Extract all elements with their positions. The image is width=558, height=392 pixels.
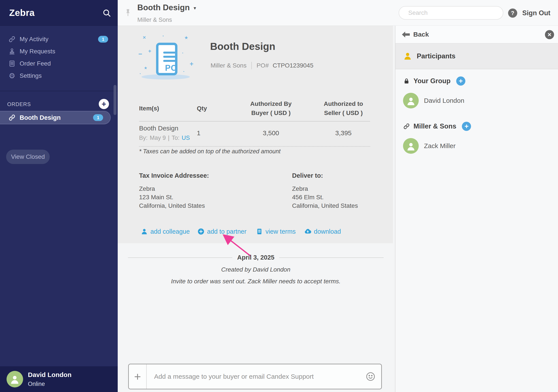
search-input[interactable] bbox=[399, 6, 503, 20]
avatar bbox=[403, 93, 419, 109]
order-badge: 1 bbox=[93, 114, 103, 121]
add-to-your-group-button[interactable]: + bbox=[456, 77, 465, 85]
stamp-icon bbox=[8, 48, 16, 55]
group-name: Miller & Sons bbox=[413, 122, 456, 130]
po-document-label: PO bbox=[165, 63, 177, 73]
participant-row: David London bbox=[403, 93, 464, 109]
back-button[interactable]: Back bbox=[402, 31, 429, 38]
order-title: Booth Design bbox=[210, 41, 275, 52]
sidebar-scrollbar[interactable] bbox=[113, 85, 116, 115]
emoji-icon[interactable] bbox=[366, 372, 375, 382]
sidebar-search-icon[interactable] bbox=[102, 8, 112, 18]
participants-title: Participants bbox=[417, 52, 455, 60]
download-link[interactable]: download bbox=[304, 227, 341, 236]
help-button[interactable]: ? bbox=[508, 9, 517, 18]
sidebar-header: Zebra bbox=[0, 0, 118, 26]
sidebar-item-my-requests[interactable]: My Requests bbox=[0, 45, 118, 58]
view-terms-link[interactable]: view terms bbox=[256, 227, 296, 236]
divider-line bbox=[128, 257, 232, 258]
message-composer: + bbox=[128, 364, 382, 389]
deliver-to-address: Deliver to: Zebra 456 Elm St. California… bbox=[292, 172, 371, 210]
page-title: Booth Design bbox=[137, 3, 190, 12]
sidebar-item-label: My Requests bbox=[20, 48, 55, 55]
link-icon bbox=[403, 123, 410, 130]
participants-panel: Back × Participants Your Group + David L… bbox=[395, 26, 558, 392]
add-order-button[interactable]: + bbox=[99, 99, 109, 109]
row-buyer-amount: 3,500 bbox=[225, 129, 317, 137]
current-user-name: David London bbox=[28, 371, 71, 378]
partner-group-header: Miller & Sons + bbox=[403, 121, 471, 132]
avatar bbox=[403, 138, 419, 154]
sidebar-item-order-feed[interactable]: Order Feed bbox=[0, 58, 118, 70]
order-title-dropdown[interactable]: Booth Design ▼ bbox=[137, 3, 197, 12]
message-input[interactable] bbox=[147, 373, 366, 380]
sidebar-item-label: Order Feed bbox=[20, 60, 51, 67]
table-header: Item(s) Qty Authorized By Buyer ( USD ) … bbox=[139, 98, 370, 121]
document-icon bbox=[8, 60, 16, 67]
sidebar-order-booth-design[interactable]: Booth Design 1 bbox=[0, 111, 111, 124]
sidebar: Zebra My Activity 1 My Requests bbox=[0, 0, 118, 392]
po-number: CTPO1239045 bbox=[273, 62, 314, 69]
sign-out-button[interactable]: Sign Out bbox=[522, 9, 550, 17]
us-link[interactable]: US bbox=[182, 135, 190, 141]
po-document-icon: PO bbox=[156, 43, 177, 75]
plus-circle-icon bbox=[198, 228, 204, 235]
avatar bbox=[7, 371, 23, 387]
link-icon bbox=[8, 35, 16, 43]
terms-document-icon bbox=[256, 228, 263, 235]
activity-badge: 1 bbox=[98, 36, 108, 43]
timeline-invite-event: Invite to order was sent out. Zack Mille… bbox=[128, 278, 384, 285]
pin-icon[interactable] bbox=[125, 9, 131, 19]
row-item-dates: By: May 9 | To: US bbox=[139, 135, 197, 141]
divider-line bbox=[279, 257, 384, 258]
order-item-label: Booth Design bbox=[20, 114, 61, 121]
main-content: · × ★ − + · ★ · + · PO Booth Design bbox=[118, 26, 395, 392]
sidebar-item-label: Settings bbox=[20, 72, 42, 79]
row-item-name: Booth Design bbox=[139, 125, 197, 132]
timeline-date: April 3, 2025 bbox=[237, 254, 274, 261]
chevron-down-icon: ▼ bbox=[193, 6, 197, 11]
participant-name: David London bbox=[424, 97, 464, 104]
order-items-table: Item(s) Qty Authorized By Buyer ( USD ) … bbox=[139, 98, 370, 147]
current-user-status: Online bbox=[28, 381, 71, 387]
app-logo: Zebra bbox=[9, 8, 35, 18]
col-qty: Qty bbox=[197, 104, 225, 113]
page-subtitle: Miller & Sons bbox=[137, 17, 172, 23]
sidebar-menu: My Activity 1 My Requests Order Feed ⚙ S… bbox=[0, 33, 118, 82]
sidebar-item-settings[interactable]: ⚙ Settings bbox=[0, 70, 118, 82]
add-to-partner-group-button[interactable]: + bbox=[462, 122, 471, 131]
participants-person-icon bbox=[403, 52, 412, 60]
current-user-row[interactable]: David London Online bbox=[0, 366, 118, 392]
gear-icon: ⚙ bbox=[8, 72, 16, 79]
add-colleague-link[interactable]: add colleague bbox=[141, 227, 190, 236]
orders-section-header: ORDERS + bbox=[0, 98, 118, 111]
participant-name: Zack Miller bbox=[424, 142, 455, 150]
orders-label: ORDERS bbox=[7, 101, 31, 107]
order-meta: Miller & Sons PO# CTPO1239045 bbox=[210, 62, 314, 69]
timeline-date-divider: April 3, 2025 bbox=[128, 254, 384, 261]
order-company: Miller & Sons bbox=[210, 62, 246, 69]
participants-title-band: Participants bbox=[395, 43, 558, 69]
cloud-download-icon bbox=[304, 228, 311, 235]
lock-icon bbox=[403, 77, 410, 85]
table-row: Booth Design By: May 9 | To: US 1 3,500 … bbox=[139, 121, 370, 147]
row-qty: 1 bbox=[197, 129, 225, 137]
row-item-cell: Booth Design By: May 9 | To: US bbox=[139, 125, 197, 141]
sidebar-item-my-activity[interactable]: My Activity 1 bbox=[0, 33, 118, 45]
col-authorized-seller: Authorized to Seller ( USD ) bbox=[317, 99, 370, 118]
po-label: PO# bbox=[257, 62, 269, 69]
participant-row: Zack Miller bbox=[403, 138, 455, 154]
row-seller-amount: 3,395 bbox=[317, 129, 370, 137]
view-closed-button[interactable]: View Closed bbox=[6, 150, 50, 164]
sidebar-divider bbox=[0, 91, 118, 91]
close-icon[interactable]: × bbox=[545, 30, 554, 39]
order-actions: add colleague add to partner view terms bbox=[139, 227, 379, 236]
attach-plus-button[interactable]: + bbox=[129, 371, 146, 383]
tax-note: * Taxes can be added on top of the autho… bbox=[139, 148, 280, 155]
add-to-partner-link[interactable]: add to partner bbox=[198, 227, 246, 236]
person-icon bbox=[141, 228, 148, 235]
tax-invoice-address: Tax Invoice Addressee: Zebra 123 Main St… bbox=[139, 172, 292, 210]
addresses: Tax Invoice Addressee: Zebra 123 Main St… bbox=[139, 172, 371, 210]
your-group-header: Your Group + bbox=[403, 75, 465, 87]
app-window: Zebra My Activity 1 My Requests bbox=[0, 0, 558, 392]
